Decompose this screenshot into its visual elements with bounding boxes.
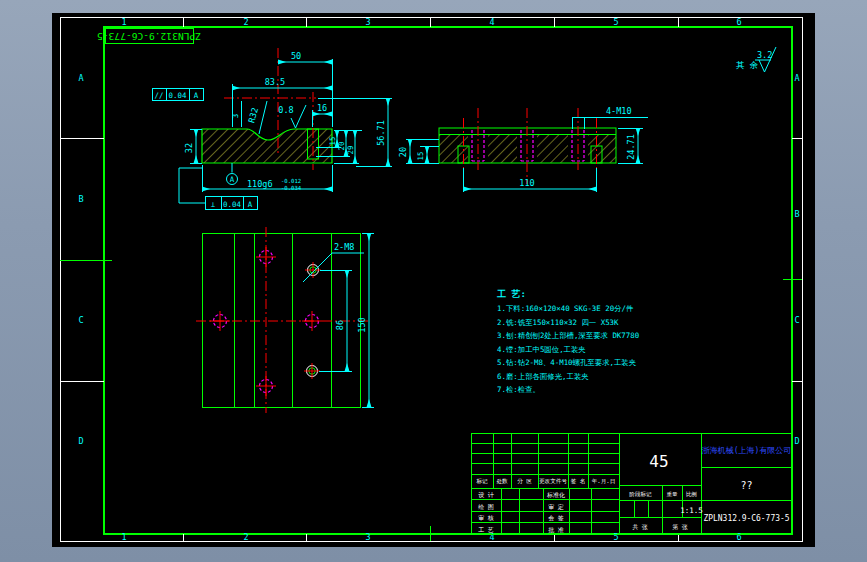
zone-row-d: D <box>78 436 83 446</box>
zone-row-d-r: D <box>794 436 799 446</box>
zone-col-2: 2 <box>243 17 248 27</box>
sign-draw: 绘 图 <box>478 503 494 511</box>
rev-header-date: 年.月.日 <box>592 478 616 485</box>
surface-roughness-value: 3.2 <box>757 50 772 60</box>
rev-header-sign: 签 名 <box>571 478 586 485</box>
process-notes: 工 艺: 1.下料:160×120×40 SKG-3E 20分/件 2.铣:铣至… <box>497 289 639 394</box>
sign-approve: 批 准 <box>548 526 564 534</box>
process-line-5: 5.钻:钻2-M8、4-M10螺孔至要求,工装夹 <box>497 358 637 367</box>
dim-32: 32 <box>184 143 194 153</box>
zone-col-5: 5 <box>613 17 618 27</box>
scale-label: 比例 <box>686 491 697 498</box>
scale-value: 1:1.5 <box>680 506 703 515</box>
zone-col-2b: 2 <box>243 532 248 542</box>
dim-15: 15 <box>328 137 337 146</box>
sign-approve-review: 审 定 <box>548 503 564 511</box>
dim-83-5: 83.5 <box>265 77 285 87</box>
gdt-perp-ref: A <box>248 200 253 209</box>
drawing-svg: 1 2 3 4 5 6 1 2 3 4 5 6 A B C D A B C D … <box>0 0 867 562</box>
dim-86: 86 <box>335 320 345 330</box>
zone-col-6: 6 <box>736 17 741 27</box>
rev-header-count: 处数 <box>496 478 508 485</box>
dim-50: 50 <box>291 51 301 61</box>
gdt-parallel-symbol: // <box>155 91 164 100</box>
company-name: 浙海机械(上海)有限公司 <box>702 446 792 455</box>
dim-110g6-tol-lower: -0.034 <box>281 185 302 191</box>
drawing-number: ZPLN312.9-C6-773-5 <box>704 513 790 523</box>
sign-standard: 标准化 <box>546 491 565 499</box>
process-line-1: 1.下料:160×120×40 SKG-3E 20分/件 <box>497 304 634 313</box>
dim-ra08: 0.8 <box>278 105 293 115</box>
cad-window: 1 2 3 4 5 6 1 2 3 4 5 6 A B C D A B C D … <box>0 0 867 562</box>
zone-row-b: B <box>78 194 83 204</box>
gdt-perp-symbol: ⊥ <box>211 200 216 209</box>
dim-3: 3 <box>231 114 240 118</box>
weight-label: 重量 <box>666 491 678 497</box>
dim-110g6: 110g6 <box>247 179 273 189</box>
zone-row-a: A <box>78 73 83 83</box>
process-line-3: 3.刨:精创刨2处上部槽,深至要求 DK7780 <box>497 331 639 340</box>
extension-lines <box>190 59 392 192</box>
inverted-part-label: ZPLN312.9-C6-773-5 <box>97 28 201 43</box>
zone-col-1: 1 <box>121 17 126 27</box>
thread-2-m8: 2-M8 <box>334 242 354 252</box>
datum-a-label: A <box>230 175 235 184</box>
process-line-7: 7.检:检查。 <box>497 385 540 394</box>
rev-header-mark: 标记 <box>475 478 488 485</box>
surface-note-prefix: 其 余 <box>736 60 759 70</box>
part-number-inverted: ZPLN312.9-C6-773-5 <box>97 31 201 41</box>
sign-design: 设 计 <box>478 491 494 498</box>
zone-row-a-r: A <box>794 73 799 83</box>
sign-check: 审 核 <box>478 514 494 521</box>
product-name: ?? <box>740 480 752 491</box>
process-line-4: 4.镗:加工中5圆位,工装夹 <box>497 345 586 354</box>
dim-20-top: 20 <box>398 147 408 157</box>
zone-row-c-r: C <box>794 315 799 325</box>
dim-56-71: 56.71 <box>376 120 386 146</box>
thread-4-m10: 4-M10 <box>606 106 632 116</box>
dim-20: 20 <box>337 142 346 151</box>
process-line-2: 2.铣:铣至150×110×32 四一 X53K <box>497 318 619 327</box>
dim-24-71: 24.71 <box>626 134 636 160</box>
datum-feature: A <box>227 163 238 185</box>
dim-150: 150 <box>357 317 367 332</box>
gdt-parallelism-frame: // 0.04 A <box>152 88 203 100</box>
top-section-view: 20 15 110 24.71 4-M10 <box>398 106 648 192</box>
material-grade: 45 <box>649 452 668 471</box>
process-title: 工 艺: <box>497 289 526 299</box>
sign-process: 工 艺 <box>478 526 494 533</box>
sheet-number: 第 张 <box>672 523 688 531</box>
zone-row-c: C <box>78 315 83 325</box>
dim-110: 110 <box>519 178 534 188</box>
zone-col-4: 4 <box>489 17 494 27</box>
rev-header-docno: 更改文件号 <box>539 478 567 484</box>
dimension-lines <box>196 62 388 189</box>
zone-col-1b: 1 <box>121 532 126 542</box>
gdt-parallel-tol: 0.04 <box>169 91 187 100</box>
dim-r32: R32 <box>246 106 260 124</box>
surface-roughness-note: 其 余 3.2 <box>736 47 776 72</box>
title-block: 标记 处数 分 区 更改文件号 签 名 年.月.日 设 计 绘 图 审 核 工 … <box>471 433 792 534</box>
zone-row-b-r: B <box>794 209 799 219</box>
zone-col-3: 3 <box>365 17 370 27</box>
dim-15-top: 15 <box>416 152 425 161</box>
stage-label: 阶段标记 <box>629 491 652 498</box>
gdt-perp-tol: 0.04 <box>223 200 241 209</box>
plan-view: 2-M8 86 150 <box>196 227 374 413</box>
front-section-view: 50 83.5 16 3 R32 0.8 32 15 20 29 56.71 1… <box>152 48 392 210</box>
gdt-parallel-ref: A <box>194 91 199 100</box>
plate-edge-lines <box>234 233 331 407</box>
sign-countersign: 会 签 <box>548 514 564 521</box>
process-line-6: 6.磨:上部各面修光,工装夹 <box>497 372 589 381</box>
dim-16: 16 <box>317 103 327 113</box>
dim-110g6-tol-upper: -0.012 <box>281 178 301 184</box>
zone-col-3b: 3 <box>365 532 370 542</box>
zone-labels: 1 2 3 4 5 6 1 2 3 4 5 6 A B C D A B C D <box>78 17 799 542</box>
rev-header-zone: 分 区 <box>517 478 532 484</box>
dim-29: 29 <box>346 146 355 155</box>
sheet-total: 共 张 <box>632 523 648 531</box>
